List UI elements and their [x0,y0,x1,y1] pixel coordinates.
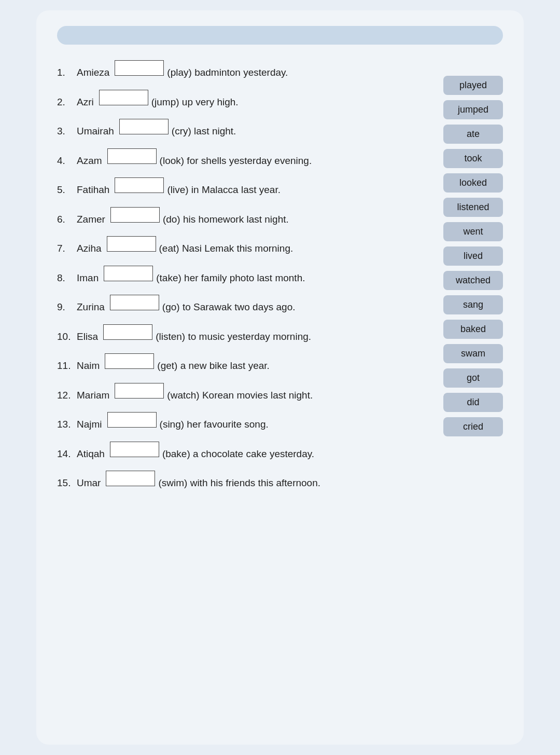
question-name: Zamer [77,212,105,227]
answer-blank[interactable] [103,324,152,340]
question-verb: (go) to Sarawak two days ago. [162,300,296,315]
answer-chip: looked [443,173,503,193]
answer-blank[interactable] [115,383,164,399]
question-verb: (jump) up very high. [151,95,239,110]
answer-chip: watched [443,271,503,290]
question-verb: (cry) last night. [172,124,236,139]
question-number: 2. [57,95,77,110]
question-row: 14.Atiqah (bake) a chocolate cake yester… [57,442,433,462]
question-row: 10.Elisa (listen) to music yesterday mor… [57,324,433,345]
question-number: 10. [57,330,77,345]
question-inline: Elisa (listen) to music yesterday mornin… [77,324,311,345]
question-row: 6.Zamer (do) his homework last night. [57,207,433,227]
question-number: 1. [57,65,77,80]
question-row: 9.Zurina (go) to Sarawak two days ago. [57,295,433,315]
answers-column: playedjumpedatetooklookedlistenedwentliv… [443,60,503,500]
questions-list: 1.Amieza (play) badminton yesterday.2.Az… [57,60,433,500]
question-inline: Azri (jump) up very high. [77,90,239,110]
answer-chip: listened [443,198,503,217]
answer-blank[interactable] [110,207,160,223]
question-inline: Atiqah (bake) a chocolate cake yesterday… [77,442,314,462]
question-inline: Zamer (do) his homework last night. [77,207,289,227]
question-number: 12. [57,388,77,403]
question-name: Azri [77,95,94,110]
question-number: 9. [57,300,77,315]
question-number: 14. [57,447,77,462]
question-name: Umairah [77,124,114,139]
answer-chip: did [443,393,503,412]
question-inline: Umairah (cry) last night. [77,119,236,139]
question-verb: (look) for shells yesterday evening. [160,154,312,169]
question-name: Zurina [77,300,105,315]
question-row: 2.Azri (jump) up very high. [57,90,433,110]
question-name: Naim [77,359,100,374]
question-inline: Naim (get) a new bike last year. [77,353,270,374]
question-name: Umar [77,476,101,491]
question-verb: (do) his homework last night. [163,212,289,227]
question-number: 6. [57,212,77,227]
answer-blank[interactable] [106,471,155,486]
answer-chip: lived [443,246,503,266]
answer-chip: ate [443,125,503,144]
question-row: 12.Mariam (watch) Korean movies last nig… [57,383,433,403]
question-name: Najmi [77,417,102,432]
question-inline: Amieza (play) badminton yesterday. [77,60,288,80]
answer-chip: took [443,149,503,168]
answer-blank[interactable] [115,60,164,76]
question-name: Elisa [77,330,98,345]
question-inline: Aziha (eat) Nasi Lemak this morning. [77,236,293,256]
question-verb: (bake) a chocolate cake yesterday. [162,447,314,462]
answer-chip: swam [443,344,503,363]
question-number: 3. [57,124,77,139]
answer-blank[interactable] [107,412,157,428]
question-inline: Iman (take) her family photo last month. [77,266,305,286]
question-inline: Fatihah (live) in Malacca last year. [77,177,281,198]
answer-chip: played [443,76,503,95]
question-number: 15. [57,476,77,491]
question-name: Atiqah [77,447,105,462]
question-verb: (take) her family photo last month. [156,271,305,286]
question-number: 13. [57,417,77,432]
answer-blank[interactable] [119,119,169,134]
question-row: 1.Amieza (play) badminton yesterday. [57,60,433,80]
question-row: 3.Umairah (cry) last night. [57,119,433,139]
question-name: Iman [77,271,99,286]
answer-blank[interactable] [99,90,148,105]
question-verb: (eat) Nasi Lemak this morning. [159,241,293,256]
question-inline: Zurina (go) to Sarawak two days ago. [77,295,296,315]
question-number: 7. [57,241,77,256]
answer-chip: baked [443,320,503,339]
answer-chip: jumped [443,100,503,119]
answer-chip: cried [443,417,503,436]
question-verb: (get) a new bike last year. [157,359,270,374]
question-row: 11.Naim (get) a new bike last year. [57,353,433,374]
page: 1.Amieza (play) badminton yesterday.2.Az… [36,10,524,745]
question-verb: (sing) her favourite song. [160,417,269,432]
question-name: Mariam [77,388,109,403]
answer-blank[interactable] [104,266,153,281]
question-number: 5. [57,183,77,198]
answer-blank[interactable] [107,148,157,164]
answer-chip: went [443,222,503,241]
question-inline: Umar (swim) with his friends this aftern… [77,471,320,491]
question-verb: (watch) Korean movies last night. [167,388,313,403]
question-row: 4.Azam (look) for shells yesterday eveni… [57,148,433,169]
question-row: 8.Iman (take) her family photo last mont… [57,266,433,286]
question-inline: Azam (look) for shells yesterday evening… [77,148,312,169]
question-row: 13.Najmi (sing) her favourite song. [57,412,433,432]
answer-blank[interactable] [115,177,164,193]
question-name: Amieza [77,65,109,80]
answer-blank[interactable] [110,295,159,310]
question-name: Fatihah [77,183,109,198]
question-verb: (live) in Malacca last year. [167,183,281,198]
question-row: 7.Aziha (eat) Nasi Lemak this morning. [57,236,433,256]
content-area: 1.Amieza (play) badminton yesterday.2.Az… [57,60,503,500]
question-inline: Mariam (watch) Korean movies last night. [77,383,313,403]
answer-chip: sang [443,295,503,314]
question-inline: Najmi (sing) her favourite song. [77,412,269,432]
question-verb: (swim) with his friends this afternoon. [158,476,320,491]
question-name: Aziha [77,241,102,256]
answer-blank[interactable] [107,236,156,252]
answer-blank[interactable] [110,442,159,457]
answer-blank[interactable] [105,353,154,369]
